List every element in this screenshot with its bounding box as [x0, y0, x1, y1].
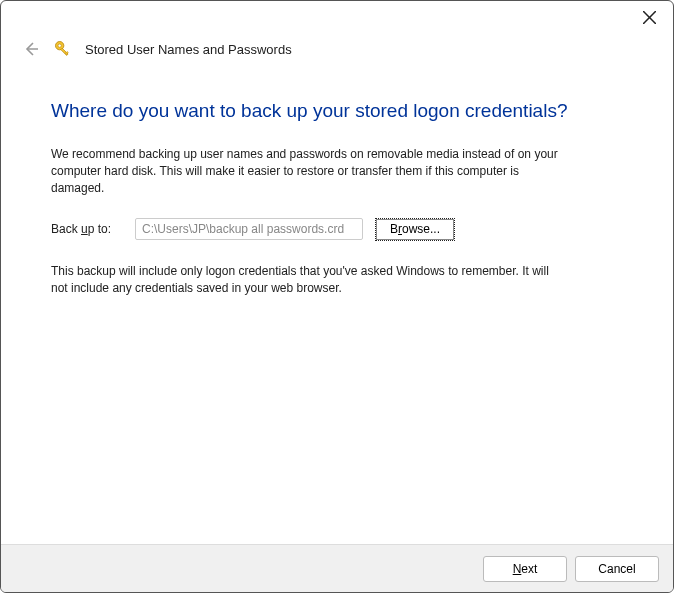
close-icon — [643, 11, 656, 24]
close-button[interactable] — [637, 5, 661, 29]
browse-button[interactable]: Browse... — [375, 218, 455, 241]
main-heading: Where do you want to back up your stored… — [51, 99, 623, 124]
svg-point-4 — [58, 44, 61, 47]
cancel-button[interactable]: Cancel — [575, 556, 659, 582]
content-area: Where do you want to back up your stored… — [1, 75, 673, 298]
next-button[interactable]: Next — [483, 556, 567, 582]
backup-path-row: Back up to: Browse... — [51, 218, 623, 241]
key-icon — [53, 39, 73, 59]
backup-label: Back up to: — [51, 222, 123, 236]
note-text: This backup will include only logon cred… — [51, 263, 561, 298]
title-bar — [1, 1, 673, 33]
back-button[interactable] — [21, 39, 41, 59]
intro-text: We recommend backing up user names and p… — [51, 146, 561, 198]
footer-bar: Next Cancel — [1, 544, 673, 592]
back-arrow-icon — [23, 41, 39, 57]
page-title: Stored User Names and Passwords — [85, 42, 292, 57]
backup-path-input[interactable] — [135, 218, 363, 240]
header-bar: Stored User Names and Passwords — [1, 33, 673, 75]
